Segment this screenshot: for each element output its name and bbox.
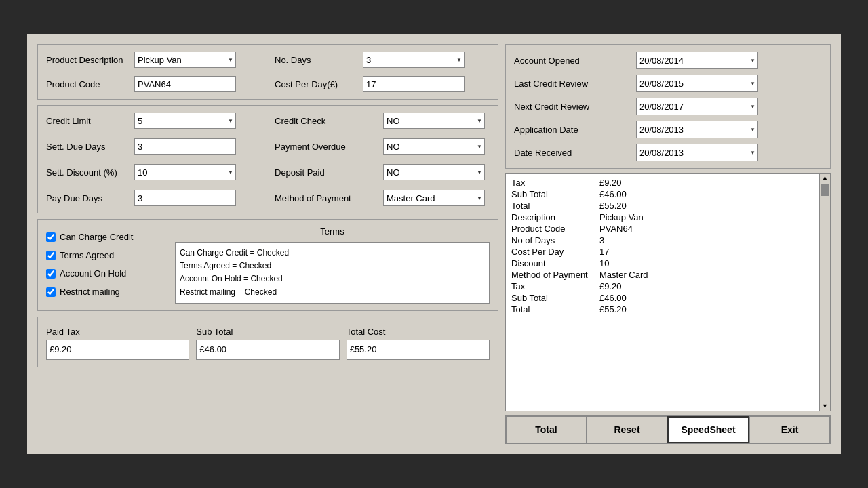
application-date-label: Application Date xyxy=(514,125,636,135)
scrollbar[interactable]: ▲ ▼ xyxy=(819,174,830,411)
terms-line-3: Account On Hold = Checked xyxy=(180,272,485,285)
summary-tax-2: Tax £9.20 xyxy=(511,281,816,291)
account-on-hold-row[interactable]: Account On Hold xyxy=(46,268,168,279)
account-opened-wrapper: 20/08/2014 xyxy=(636,52,758,69)
account-on-hold-checkbox[interactable] xyxy=(46,269,56,279)
deposit-paid-label: Deposit Paid xyxy=(275,167,383,178)
payment-overdue-wrapper: NO YES xyxy=(383,138,485,155)
scroll-up-arrow[interactable]: ▲ xyxy=(822,175,828,181)
product-desc-wrapper: Pickup Van xyxy=(134,52,236,68)
total-cost-field: Total Cost xyxy=(347,327,490,360)
summary-description: Description Pickup Van xyxy=(511,212,816,222)
terms-agreed-row[interactable]: Terms Agreed xyxy=(46,250,168,260)
no-days-wrapper: 3 xyxy=(363,52,465,68)
summary-container: Tax £9.20 Sub Total £46.00 Total £55.20 … xyxy=(505,173,831,411)
summary-cost-per-day: Cost Per Day 17 xyxy=(511,247,816,257)
credit-limit-wrapper: 5 xyxy=(134,113,236,129)
credit-section: Credit Limit 5 Sett. Due Days Sett. Disc… xyxy=(37,105,498,214)
speedsheet-button[interactable]: SpeedSheet xyxy=(667,416,749,443)
credit-limit-label: Credit Limit xyxy=(46,116,134,126)
date-received-label: Date Received xyxy=(514,148,636,158)
cost-per-day-input[interactable] xyxy=(363,76,465,92)
payment-overdue-label: Payment Overdue xyxy=(275,142,383,152)
last-credit-review-select[interactable]: 20/08/2015 xyxy=(636,75,758,92)
terms-agreed-label: Terms Agreed xyxy=(60,250,114,260)
product-section: Product Description Pickup Van Product C… xyxy=(37,44,498,100)
scroll-thumb[interactable] xyxy=(821,184,829,196)
cost-per-day-label: Cost Per Day(£) xyxy=(275,79,363,89)
totals-section: Paid Tax Sub Total Total Cost xyxy=(37,317,498,367)
application-date-select[interactable]: 20/08/2013 xyxy=(636,121,758,138)
account-on-hold-label: Account On Hold xyxy=(60,268,126,279)
summary-method-of-payment: Method of Payment Master Card xyxy=(511,270,816,280)
pay-due-days-label: Pay Due Days xyxy=(46,193,134,203)
summary-scroll-area[interactable]: Tax £9.20 Sub Total £46.00 Total £55.20 … xyxy=(506,174,830,411)
sub-total-label: Sub Total xyxy=(196,327,339,337)
restrict-mailing-row[interactable]: Restrict mailing xyxy=(46,287,168,297)
product-code-input[interactable] xyxy=(134,76,236,92)
product-desc-select[interactable]: Pickup Van xyxy=(134,52,236,68)
terms-agreed-checkbox[interactable] xyxy=(46,251,56,260)
account-opened-select[interactable]: 20/08/2014 xyxy=(636,52,758,69)
next-credit-review-wrapper: 20/08/2017 xyxy=(636,98,758,115)
summary-product-code: Product Code PVAN64 xyxy=(511,224,816,234)
restrict-mailing-checkbox[interactable] xyxy=(46,287,56,297)
next-credit-review-label: Next Credit Review xyxy=(514,102,636,112)
credit-check-label: Credit Check xyxy=(275,116,383,126)
terms-line-2: Terms Agreed = Checked xyxy=(180,260,485,272)
payment-overdue-select[interactable]: NO YES xyxy=(383,138,485,155)
can-charge-credit-label: Can Charge Credit xyxy=(60,232,133,242)
exit-button[interactable]: Exit xyxy=(749,416,830,443)
can-charge-credit-checkbox[interactable] xyxy=(46,232,56,242)
next-credit-review-select[interactable]: 20/08/2017 xyxy=(636,98,758,115)
sub-total-input[interactable] xyxy=(196,340,339,360)
summary-no-days: No of Days 3 xyxy=(511,235,816,245)
dates-section: Account Opened 20/08/2014 Last Credit Re… xyxy=(505,44,831,169)
summary-subtotal-1: Sub Total £46.00 xyxy=(511,189,816,199)
scroll-down-arrow[interactable]: ▼ xyxy=(822,403,828,409)
account-opened-label: Account Opened xyxy=(514,56,636,66)
paid-tax-label: Paid Tax xyxy=(46,327,189,337)
reset-button[interactable]: Reset xyxy=(587,416,667,443)
action-buttons-row: Total Reset SpeedSheet Exit xyxy=(505,415,831,444)
last-credit-review-wrapper: 20/08/2015 xyxy=(636,75,758,92)
total-button[interactable]: Total xyxy=(506,416,587,443)
terms-text-box: Can Charge Credit = Checked Terms Agreed… xyxy=(175,242,490,304)
sett-due-days-label: Sett. Due Days xyxy=(46,142,134,152)
last-credit-review-label: Last Credit Review xyxy=(514,79,636,89)
sett-discount-label: Sett. Discount (%) xyxy=(46,167,134,178)
can-charge-credit-row[interactable]: Can Charge Credit xyxy=(46,232,168,242)
summary-total-1: Total £55.20 xyxy=(511,201,816,211)
method-of-payment-select[interactable]: Master Card Visa Cash Cheque xyxy=(383,190,485,206)
date-received-wrapper: 20/08/2013 xyxy=(636,144,758,161)
paid-tax-input[interactable] xyxy=(46,340,189,360)
credit-check-wrapper: NO YES xyxy=(383,113,485,129)
terms-line-4: Restrict mailing = Checked xyxy=(180,286,485,299)
sett-discount-select[interactable]: 10 xyxy=(134,164,236,180)
terms-line-1: Can Charge Credit = Checked xyxy=(180,247,485,260)
sett-discount-wrapper: 10 xyxy=(134,164,236,180)
credit-check-select[interactable]: NO YES xyxy=(383,113,485,129)
main-container: Product Description Pickup Van Product C… xyxy=(27,34,841,454)
restrict-mailing-label: Restrict mailing xyxy=(60,287,120,297)
product-code-label: Product Code xyxy=(46,79,134,89)
application-date-wrapper: 20/08/2013 xyxy=(636,121,758,138)
sub-total-field: Sub Total xyxy=(196,327,339,360)
date-received-select[interactable]: 20/08/2013 xyxy=(636,144,758,161)
pay-due-days-input[interactable] xyxy=(134,190,236,206)
right-panel: Account Opened 20/08/2014 Last Credit Re… xyxy=(505,44,831,444)
total-cost-input[interactable] xyxy=(347,340,490,360)
credit-limit-select[interactable]: 5 xyxy=(134,113,236,129)
left-panel: Product Description Pickup Van Product C… xyxy=(37,44,498,444)
sett-due-days-input[interactable] xyxy=(134,138,236,155)
method-of-payment-label: Method of Payment xyxy=(275,193,383,203)
no-days-select[interactable]: 3 xyxy=(363,52,465,68)
summary-tax-1: Tax £9.20 xyxy=(511,178,816,188)
method-of-payment-wrapper: Master Card Visa Cash Cheque xyxy=(383,190,485,206)
deposit-paid-select[interactable]: NO YES xyxy=(383,164,485,180)
checkboxes-group: Can Charge Credit Terms Agreed Account O… xyxy=(46,226,168,304)
product-desc-label: Product Description xyxy=(46,55,134,65)
paid-tax-field: Paid Tax xyxy=(46,327,189,360)
summary-discount: Discount 10 xyxy=(511,258,816,268)
deposit-paid-wrapper: NO YES xyxy=(383,164,485,180)
